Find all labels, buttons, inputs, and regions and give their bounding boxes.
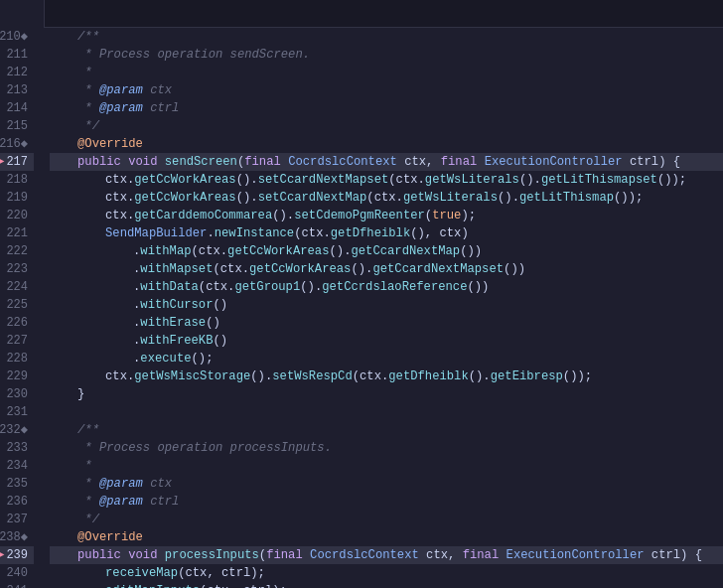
token-plain: ()): [467, 280, 489, 294]
token-type: CocrdslcContext: [288, 155, 397, 169]
code-line: editMapInputs(ctx, ctrl);: [50, 582, 723, 588]
token-fn: editMapInputs: [105, 584, 200, 588]
token-plain: ().: [330, 244, 352, 258]
line-number: 230: [0, 385, 34, 403]
token-plain: ();: [192, 352, 214, 366]
token-fn: getWsLiterals: [425, 173, 519, 187]
token-plain: }: [77, 387, 84, 401]
token-kw: public void: [77, 548, 165, 562]
line-number: 225: [0, 296, 34, 314]
token-fn: getEibresp: [491, 369, 563, 383]
line-number: 224: [0, 278, 34, 296]
code-line: */: [50, 511, 723, 528]
token-comment-tag: @param: [99, 101, 143, 115]
token-plain: ().: [236, 173, 258, 187]
line-number: 212: [0, 64, 34, 81]
token-plain: ctx.: [105, 173, 134, 187]
token-plain: ()): [460, 244, 482, 258]
token-fn: getWsMiscStorage: [134, 369, 250, 383]
token-plain: ().: [272, 209, 294, 222]
code-line: }: [50, 385, 723, 403]
token-comment-tag: @param: [99, 495, 143, 509]
token-comment: ctx: [143, 83, 172, 97]
code-line: receiveMap(ctx, ctrl);: [50, 564, 723, 582]
code-line: *: [50, 457, 723, 475]
token-plain: ()): [504, 262, 525, 276]
token-plain: ctx.: [105, 191, 134, 205]
token-kw: final: [441, 155, 485, 169]
token-plain: ().: [250, 369, 272, 383]
token-fn: getCcardNextMap: [351, 244, 460, 258]
token-plain: (ctx, ctrl);: [200, 584, 287, 588]
token-comment: *: [77, 459, 92, 473]
code-line: ctx.getCcWorkAreas().setCcardNextMapset(…: [50, 171, 723, 189]
code-line: .withErase(): [50, 314, 723, 332]
token-plain: (ctx, ctrl);: [178, 566, 265, 580]
token-type: CocrdslcContext: [310, 548, 419, 562]
line-number: 231: [0, 403, 34, 421]
code-line: .execute();: [50, 350, 723, 368]
code-line: [50, 403, 723, 421]
token-comment: ctrl: [143, 495, 180, 509]
token-plain: ctx,: [419, 548, 463, 562]
token-plain: );: [461, 209, 476, 222]
token-comment: *: [77, 66, 92, 79]
token-plain: ctrl) {: [623, 155, 681, 169]
line-number: 227: [0, 332, 34, 350]
token-plain: (): [206, 316, 220, 330]
token-comment-tag: @param: [99, 83, 143, 97]
code-area[interactable]: /** * Process operation sendScreen. * * …: [42, 28, 723, 588]
token-fn: getCcardNextMapset: [372, 262, 504, 276]
code-line: public void sendScreen(final CocrdslcCon…: [50, 153, 723, 171]
line-number: 232◆: [0, 421, 34, 439]
token-plain: ());: [657, 173, 686, 187]
token-fn: withData: [140, 280, 199, 294]
token-comment: */: [77, 119, 99, 133]
token-plain: ctrl) {: [645, 548, 703, 562]
line-number: 229: [0, 368, 34, 385]
line-number: 210◆: [0, 28, 34, 46]
code-line: /**: [50, 421, 723, 439]
token-plain: (): [213, 298, 227, 312]
code-line: .withCursor(): [50, 296, 723, 314]
token-comment: /**: [77, 30, 99, 44]
code-line: *: [50, 64, 723, 81]
token-fn: withErase: [140, 316, 206, 330]
token-type: SendMapBuilder: [105, 226, 207, 240]
line-number: 216◆: [0, 135, 34, 153]
tab-bar: [0, 0, 723, 28]
token-kw: final: [266, 548, 310, 562]
token-plain: ().: [498, 191, 519, 205]
token-comment: */: [77, 513, 99, 526]
token-fn: getLitThismapset: [541, 173, 657, 187]
token-fn: withMap: [140, 244, 191, 258]
tab-cocrdslc[interactable]: [0, 0, 45, 28]
token-comment: * Process operation sendScreen.: [77, 48, 310, 62]
line-number: 241: [0, 582, 34, 588]
token-plain: (ctx.: [353, 369, 389, 383]
line-number: 220: [0, 207, 34, 224]
token-fn: execute: [140, 352, 191, 366]
line-number: 217: [0, 153, 34, 171]
line-number: 235: [0, 475, 34, 493]
token-fn: setWsRespCd: [272, 369, 352, 383]
token-ann: @Override: [77, 530, 143, 544]
line-number: 238◆: [0, 528, 34, 546]
line-number: 218: [0, 171, 34, 189]
code-line: * Process operation processInputs.: [50, 439, 723, 457]
token-kw: final: [244, 155, 288, 169]
token-fn: getCcWorkAreas: [134, 191, 235, 205]
token-plain: ().: [351, 262, 372, 276]
token-plain: (ctx.: [192, 244, 228, 258]
line-number: 239: [0, 546, 34, 564]
token-fn: withMapset: [140, 262, 213, 276]
token-fn: getDfheiblk: [388, 369, 468, 383]
code-line: @Override: [50, 135, 723, 153]
line-number: 223: [0, 260, 34, 278]
code-line: @Override: [50, 528, 723, 546]
close-tab-button[interactable]: [18, 7, 32, 21]
code-line: SendMapBuilder.newInstance(ctx.getDfheib…: [50, 224, 723, 242]
line-number: 222: [0, 242, 34, 260]
token-comment: *: [77, 477, 99, 491]
token-plain: ().: [300, 280, 322, 294]
